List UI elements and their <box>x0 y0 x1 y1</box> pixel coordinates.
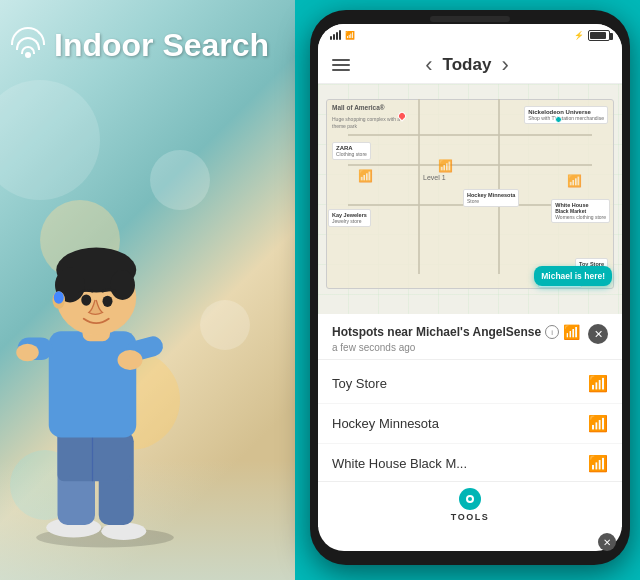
hotspot-item-toy-store[interactable]: Toy Store 📶 <box>318 364 622 404</box>
hotspot-item-whitehouse[interactable]: White House Black M... 📶 <box>318 444 622 484</box>
close-button[interactable]: ✕ <box>588 324 608 344</box>
tools-bar[interactable]: TOOLS <box>318 481 622 527</box>
wifi-marker-2: 📶 <box>438 159 453 173</box>
nav-title: Today <box>443 55 492 75</box>
wifi-signal-toy: 📶 <box>588 374 608 393</box>
svg-point-10 <box>118 350 143 370</box>
wifi-marker-1: 📶 <box>358 169 373 183</box>
hotspot-name-whitehouse: White House Black M... <box>332 456 467 471</box>
panel-timestamp: a few seconds ago <box>332 342 580 353</box>
michael-here-bubble: Michael is here! <box>534 266 612 286</box>
hamburger-menu[interactable] <box>332 59 350 71</box>
hotspots-title: Hotspots near Michael's AngelSense <box>332 325 541 339</box>
phone-screen: 📶 ⚡ ‹ Today › <box>318 24 622 551</box>
level-label: Level 1 <box>423 174 446 181</box>
wifi-signal-whitehouse: 📶 <box>588 454 608 473</box>
app-header: Indoor Search <box>10 20 269 63</box>
panel-header: Hotspots near Michael's AngelSense i 📶 a… <box>318 314 622 360</box>
hotspots-panel: Hotspots near Michael's AngelSense i 📶 a… <box>318 314 622 527</box>
hotspot-name-toy: Toy Store <box>332 376 387 391</box>
svg-point-16 <box>110 270 135 300</box>
screen-close-button[interactable]: ✕ <box>598 533 616 551</box>
wifi-marker-3: 📶 <box>567 174 582 188</box>
info-button[interactable]: i <box>545 325 559 339</box>
nickelodeon-store: Nickelodeon Universe Shop with TV statio… <box>524 106 608 124</box>
white-house-store: White House Black Market Womens clothing… <box>551 199 610 223</box>
tools-label: TOOLS <box>451 512 489 522</box>
prev-arrow[interactable]: ‹ <box>425 52 432 78</box>
next-arrow[interactable]: › <box>501 52 508 78</box>
svg-point-11 <box>16 344 39 362</box>
svg-point-20 <box>103 296 113 307</box>
tools-icon <box>459 488 481 510</box>
hotspot-item-hockey[interactable]: Hockey Minnesota 📶 <box>318 404 622 444</box>
nav-bar: ‹ Today › <box>318 46 622 84</box>
mall-label: Mall of America® <box>332 104 385 112</box>
wifi-signal-hockey: 📶 <box>588 414 608 433</box>
svg-point-22 <box>468 497 472 501</box>
phone-mockup: 📶 ⚡ ‹ Today › <box>310 10 630 565</box>
zara-store: ZARA Clothing store <box>332 142 371 160</box>
svg-point-18 <box>54 291 64 304</box>
svg-rect-7 <box>49 331 137 437</box>
status-bar: 📶 ⚡ <box>318 24 622 46</box>
hotspot-name-hockey: Hockey Minnesota <box>332 416 439 431</box>
hockey-marker: Hockey Minnesota Store <box>463 189 519 207</box>
kay-jewelers: Kay Jewelers Jewelry store <box>328 209 371 227</box>
app-title: Indoor Search <box>54 28 269 63</box>
panel-wifi-icon: 📶 <box>563 324 580 340</box>
mall-subtitle: Huge shopping complex with a theme park <box>332 116 402 129</box>
svg-point-19 <box>81 294 91 305</box>
svg-point-2 <box>101 523 146 541</box>
child-illustration <box>0 150 260 550</box>
map-area: Mall of America® Huge shopping complex w… <box>318 84 622 314</box>
background-photo <box>0 0 295 580</box>
